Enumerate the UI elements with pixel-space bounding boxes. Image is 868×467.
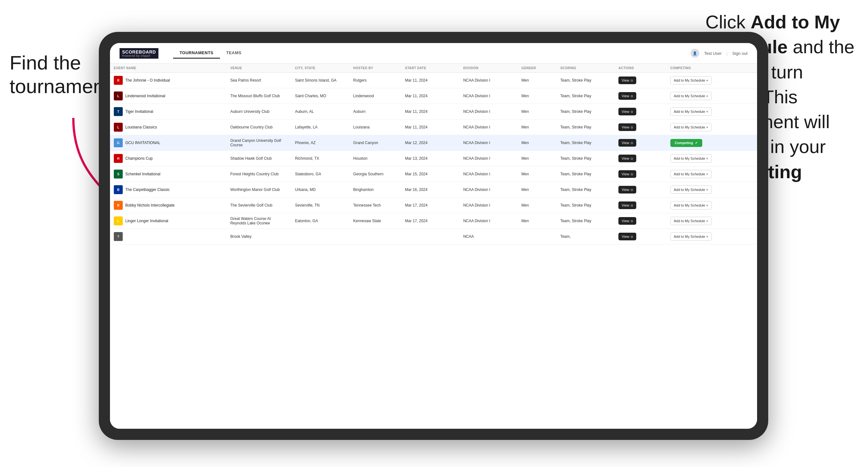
table-row: G GCU INVITATIONAL Grand Canyon Universi…: [110, 135, 757, 151]
hosted-cell: Lindenwood: [349, 88, 401, 104]
event-name-text: The Carpetbagger Classic: [125, 187, 169, 192]
table-row: B The Carpetbagger Classic Worthington M…: [110, 182, 757, 198]
date-cell: Mar 13, 2024: [401, 151, 459, 166]
school-logo: L: [114, 123, 123, 132]
add-schedule-button[interactable]: Add to My Schedule +: [670, 232, 712, 241]
view-button[interactable]: View ⊙: [618, 76, 636, 84]
venue-cell: Worthington Manor Golf Club: [226, 182, 291, 198]
school-logo: H: [114, 154, 123, 163]
city-cell: Sevierville, TN: [291, 198, 349, 213]
gender-cell: Men: [518, 104, 557, 120]
app-header: SCOREBOARD Powered by clippd TOURNAMENTS…: [110, 43, 757, 64]
event-name-text: Champions Cup: [125, 156, 153, 161]
event-name-text: Louisiana Classics: [125, 125, 157, 129]
view-button[interactable]: View ⊙: [618, 92, 636, 100]
competing-cell: Add to My Schedule +: [666, 198, 757, 213]
view-button[interactable]: View ⊙: [618, 139, 636, 147]
event-name-cell: L Louisiana Classics: [114, 123, 222, 132]
scoring-cell: Team, Stroke Play: [557, 104, 615, 120]
competing-cell: Add to My Schedule +: [666, 151, 757, 166]
actions-cell: View ⊙: [615, 151, 666, 166]
gender-cell: Men: [518, 182, 557, 198]
view-button[interactable]: View ⊙: [618, 155, 636, 162]
event-name-text: Lindenwood Invitational: [125, 94, 165, 98]
col-header-city: CITY, STATE: [291, 64, 349, 73]
col-header-event: EVENT NAME: [110, 64, 226, 73]
add-schedule-button[interactable]: Add to My Schedule +: [670, 154, 712, 162]
gender-cell: Men: [518, 151, 557, 166]
competing-cell: Add to My Schedule +: [666, 213, 757, 229]
competing-cell: Add to My Schedule +: [666, 120, 757, 135]
add-schedule-button[interactable]: Add to My Schedule +: [670, 170, 712, 178]
add-schedule-button[interactable]: Add to My Schedule +: [670, 92, 712, 100]
hosted-cell: Houston: [349, 151, 401, 166]
col-header-scoring: SCORING: [557, 64, 615, 73]
school-logo: L: [114, 216, 123, 225]
event-name-cell: L Linger Longer Invitational: [114, 216, 222, 225]
event-name-text: Linger Longer Invitational: [125, 219, 168, 223]
add-schedule-button[interactable]: Add to My Schedule +: [670, 201, 712, 210]
competing-button[interactable]: Competing: [670, 139, 702, 147]
venue-cell: The Missouri Bluffs Golf Club: [226, 88, 291, 104]
tab-tournaments[interactable]: TOURNAMENTS: [173, 48, 220, 59]
school-logo: G: [114, 138, 123, 147]
view-button[interactable]: View ⊙: [618, 201, 636, 209]
tab-teams[interactable]: TEAMS: [220, 48, 248, 59]
division-cell: NCAA Division I: [459, 120, 518, 135]
school-logo: T: [114, 107, 123, 116]
view-button[interactable]: View ⊙: [618, 108, 636, 115]
app-logo: SCOREBOARD Powered by clippd: [120, 48, 158, 59]
add-schedule-button[interactable]: Add to My Schedule +: [670, 76, 712, 85]
add-schedule-button[interactable]: Add to My Schedule +: [670, 217, 712, 225]
division-cell: NCAA Division I: [459, 182, 518, 198]
division-cell: NCAA Division I: [459, 73, 518, 88]
table-container: EVENT NAME VENUE CITY, STATE HOSTED BY S…: [110, 64, 757, 429]
scoring-cell: Team, Stroke Play: [557, 120, 615, 135]
competing-cell: Add to My Schedule +: [666, 88, 757, 104]
view-button[interactable]: View ⊙: [618, 233, 636, 240]
date-cell: Mar 11, 2024: [401, 88, 459, 104]
gender-cell: Men: [518, 135, 557, 151]
add-schedule-button[interactable]: Add to My Schedule +: [670, 123, 712, 131]
view-button[interactable]: View ⊙: [618, 170, 636, 178]
view-button[interactable]: View ⊙: [618, 123, 636, 131]
add-schedule-button[interactable]: Add to My Schedule +: [670, 107, 712, 116]
scoring-cell: Team, Stroke Play: [557, 151, 615, 166]
division-cell: NCAA Division I: [459, 104, 518, 120]
table-row: L Linger Longer Invitational Great Water…: [110, 213, 757, 229]
actions-cell: View ⊙: [615, 198, 666, 213]
gender-cell: Men: [518, 213, 557, 229]
hosted-cell: Binghamton: [349, 182, 401, 198]
gender-cell: Men: [518, 73, 557, 88]
date-cell: Mar 17, 2024: [401, 198, 459, 213]
venue-cell: Shadow Hawk Golf Club: [226, 151, 291, 166]
hosted-cell: Grand Canyon: [349, 135, 401, 151]
table-row: T Tiger Invitational Auburn University C…: [110, 104, 757, 120]
add-schedule-button[interactable]: Add to My Schedule +: [670, 186, 712, 194]
col-header-venue: VENUE: [226, 64, 291, 73]
col-header-gender: GENDER: [518, 64, 557, 73]
hosted-cell: Auburn: [349, 104, 401, 120]
event-name-cell: H Champions Cup: [114, 154, 222, 163]
division-cell: NCAA Division I: [459, 213, 518, 229]
city-cell: Lafayette, LA: [291, 120, 349, 135]
date-cell: Mar 12, 2024: [401, 135, 459, 151]
annotation-left: Find the tournament.: [9, 51, 112, 98]
city-cell: Statesboro, GA: [291, 166, 349, 182]
event-name-text: GCU INVITATIONAL: [125, 141, 160, 145]
venue-cell: Oakbourne Country Club: [226, 120, 291, 135]
scoring-cell: Team,: [557, 229, 615, 245]
col-header-competing: COMPETING: [666, 64, 757, 73]
col-header-date: START DATE: [401, 64, 459, 73]
hosted-cell: Rutgers: [349, 73, 401, 88]
gender-cell: Men: [518, 166, 557, 182]
date-cell: Mar 17, 2024: [401, 213, 459, 229]
event-name-cell: G GCU INVITATIONAL: [114, 138, 222, 147]
division-cell: NCAA: [459, 229, 518, 245]
table-row: H Champions Cup Shadow Hawk Golf ClubRic…: [110, 151, 757, 166]
division-cell: NCAA Division I: [459, 135, 518, 151]
sign-out-link[interactable]: Sign out: [732, 51, 747, 56]
view-button[interactable]: View ⊙: [618, 186, 636, 193]
view-button[interactable]: View ⊙: [618, 217, 636, 225]
school-logo: B: [114, 201, 123, 210]
